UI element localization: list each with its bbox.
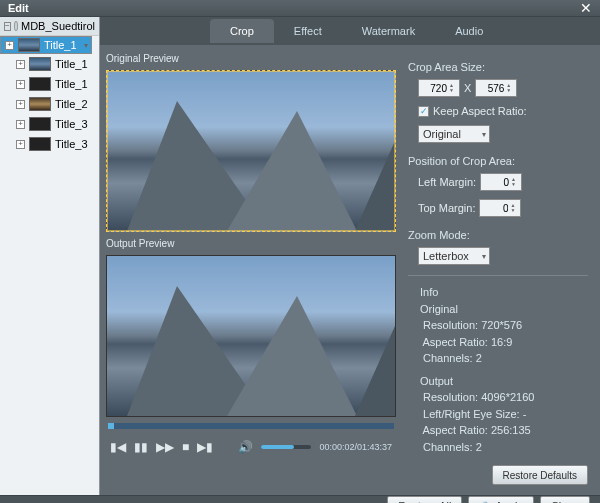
next-button[interactable]: ▶▮ [197,440,213,454]
item-label: Title_3 [55,138,88,150]
collapse-icon[interactable]: − [4,22,11,31]
time-display: 00:00:02/01:43:37 [319,442,392,452]
thumbnail [29,97,51,111]
titlebar: Edit ✕ [0,0,600,17]
expand-icon[interactable]: + [16,80,25,89]
left-margin-label: Left Margin: [418,176,476,188]
top-margin-label: Top Margin: [418,202,475,214]
left-margin-input[interactable]: ▲▼ [480,173,522,191]
list-item[interactable]: +Title_3 [0,134,99,154]
expand-icon[interactable]: + [16,120,25,129]
zoom-mode-label: Zoom Mode: [408,229,588,241]
spinner-icon[interactable]: ▲▼ [511,177,516,187]
tab-crop[interactable]: Crop [210,19,274,43]
thumbnail [18,38,40,52]
expand-icon[interactable]: + [16,140,25,149]
disc-icon [14,21,18,31]
tab-watermark[interactable]: Watermark [342,19,435,43]
list-item[interactable]: +Title_1 [0,74,99,94]
item-label: Title_2 [55,98,88,110]
tab-effect[interactable]: Effect [274,19,342,43]
volume-slider[interactable] [261,445,311,449]
info-block: Info Original Resolution: 720*576 Aspect… [408,284,588,455]
list-item[interactable]: +Title_1 [0,36,92,54]
crop-size-label: Crop Area Size: [408,61,588,73]
close-button[interactable]: Close [540,496,590,503]
zoom-mode-select[interactable]: Letterbox [418,247,490,265]
crop-pos-label: Position of Crop Area: [408,155,588,167]
spinner-icon[interactable]: ▲▼ [510,203,515,213]
tab-audio[interactable]: Audio [435,19,503,43]
window-title: Edit [8,2,29,14]
original-preview[interactable] [106,70,396,232]
output-preview-label: Output Preview [106,236,396,251]
volume-icon[interactable]: 🔊 [238,440,253,454]
item-label: Title_1 [44,39,77,51]
spinner-icon[interactable]: ▲▼ [449,83,454,93]
thumbnail [29,117,51,131]
expand-icon[interactable]: + [5,41,14,50]
spinner-icon[interactable]: ▲▼ [506,83,511,93]
list-item[interactable]: +Title_2 [0,94,99,114]
list-item[interactable]: +Title_1 [0,54,99,74]
restore-all-button[interactable]: Restore All [387,496,462,503]
item-label: Title_1 [55,58,88,70]
pause-button[interactable]: ▮▮ [134,440,148,454]
stop-button[interactable]: ■ [182,440,189,454]
crop-panel: Crop Area Size: ▲▼ X ▲▼ ✓ Keep Aspect Ra… [402,51,594,489]
item-label: Title_3 [55,118,88,130]
seek-slider[interactable] [108,423,394,429]
list-item[interactable]: +Title_3 [0,114,99,134]
sidebar: − MDB_Suedtirol +Title_1+Title_1+Title_1… [0,17,100,495]
player-controls: ▮◀ ▮▮ ▶▶ ■ ▶▮ 🔊 00:00:02/01:43:37 [106,433,396,461]
prev-button[interactable]: ▮◀ [110,440,126,454]
crop-height-input[interactable]: ▲▼ [475,79,517,97]
apply-button[interactable]: 🔒Apply [468,496,534,503]
aspect-ratio-select[interactable]: Original [418,125,490,143]
footer: Restore All 🔒Apply Close [0,495,600,503]
play-button[interactable]: ▶▶ [156,440,174,454]
crop-width-input[interactable]: ▲▼ [418,79,460,97]
item-label: Title_1 [55,78,88,90]
output-preview [106,255,396,417]
restore-defaults-button[interactable]: Restore Defaults [492,465,588,485]
keep-ratio-label: Keep Aspect Ratio: [433,105,527,117]
tree-root[interactable]: − MDB_Suedtirol [0,17,99,36]
keep-ratio-checkbox[interactable]: ✓ [418,106,429,117]
thumbnail [29,57,51,71]
tabs: CropEffectWatermarkAudio [100,17,600,45]
expand-icon[interactable]: + [16,60,25,69]
close-icon[interactable]: ✕ [580,0,592,16]
top-margin-input[interactable]: ▲▼ [479,199,521,217]
thumbnail [29,77,51,91]
root-label: MDB_Suedtirol [21,20,95,32]
original-preview-label: Original Preview [106,51,396,66]
thumbnail [29,137,51,151]
expand-icon[interactable]: + [16,100,25,109]
